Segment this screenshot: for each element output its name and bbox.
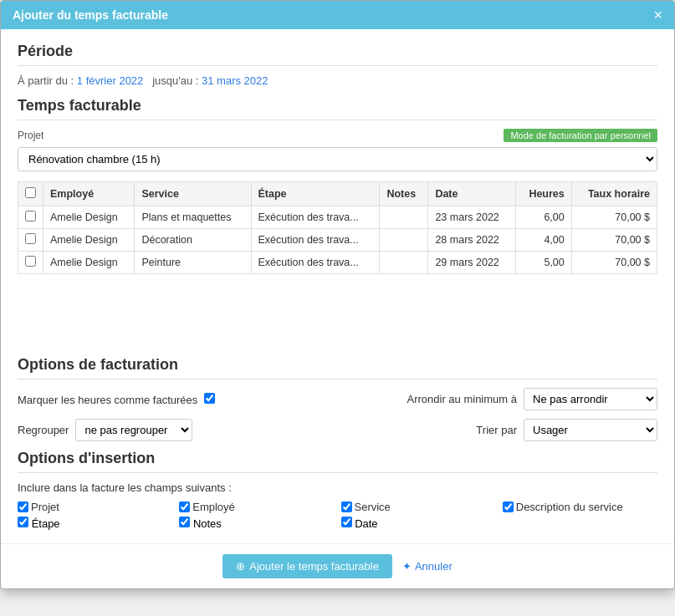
add-button-label: Ajouter le temps facturable <box>249 560 379 573</box>
check-date: Date <box>341 517 496 530</box>
check-desc-service-input[interactable] <box>503 501 514 512</box>
check-notes-label: Notes <box>193 517 222 530</box>
row-stage: Exécution des trava... <box>251 229 380 252</box>
row-checkbox-cell <box>18 229 43 252</box>
cancel-button[interactable]: ✦ Annuler <box>402 554 453 578</box>
row-employee: Amelie Design <box>43 229 135 252</box>
project-label: Projet <box>18 130 43 141</box>
mark-hours-checkbox[interactable] <box>204 393 215 404</box>
sort-row: Trier par UsagerDateServiceÉtape <box>342 419 658 441</box>
table-row: Amelie Design Décoration Exécution des t… <box>18 229 657 252</box>
check-projet-input[interactable] <box>18 501 28 512</box>
header-notes: Notes <box>380 182 428 206</box>
row-notes <box>380 252 428 274</box>
row-hours: 5,00 <box>516 252 572 274</box>
check-notes: Notes <box>179 517 334 530</box>
check-employe: Employé <box>179 501 334 513</box>
header-rate: Taux horaire <box>571 182 657 206</box>
row-rate: 70,00 $ <box>571 229 657 252</box>
group-select[interactable]: ne pas regrouperpar employépar servicepa… <box>75 419 192 441</box>
mark-hours-row: Marquer les heures comme facturées <box>18 393 334 406</box>
billing-options-section: Options de facturation Marquer les heure… <box>18 356 657 441</box>
mark-hours-label: Marquer les heures comme facturées <box>18 393 215 406</box>
check-desc-service-label: Description du service <box>516 501 623 513</box>
cancel-button-label: Annuler <box>415 560 453 573</box>
billing-options-title: Options de facturation <box>18 356 657 374</box>
checkboxes-row1: Projet Employé Service Description du se… <box>18 501 657 513</box>
row-hours: 6,00 <box>516 206 572 229</box>
check-desc-service: Description du service <box>503 501 657 513</box>
insertion-options-section: Options d'insertion Inclure dans la fact… <box>18 450 657 530</box>
row-employee: Amelie Design <box>43 252 135 274</box>
checkboxes-row2: Étape Notes Date <box>18 517 657 530</box>
billing-options-divider <box>18 379 657 379</box>
to-label: jusqu'au : <box>152 74 198 87</box>
sort-select[interactable]: UsagerDateServiceÉtape <box>524 419 657 441</box>
row-service: Décoration <box>135 229 251 252</box>
check-employe-input[interactable] <box>179 501 190 512</box>
row-notes <box>380 229 428 252</box>
modal-body: Période À partir du : 1 février 2022 jus… <box>1 29 674 543</box>
modal-title: Ajouter du temps facturable <box>13 8 168 22</box>
from-date[interactable]: 1 février 2022 <box>77 74 144 87</box>
round-select[interactable]: Ne pas arrondir15 minutes30 minutes1 heu… <box>524 388 657 410</box>
check-etape-label: Étape <box>32 517 60 530</box>
project-select[interactable]: Rénovation chambre (15 h) <box>18 147 657 171</box>
inclusion-label: Inclure dans la facture les champs suiva… <box>18 481 657 494</box>
time-entries-table: Employé Service Étape Notes Date Heures … <box>18 181 657 274</box>
check-notes-input[interactable] <box>179 517 190 527</box>
cancel-icon: ✦ <box>402 560 412 573</box>
row-rate: 70,00 $ <box>571 206 657 229</box>
period-row: À partir du : 1 février 2022 jusqu'au : … <box>18 74 657 87</box>
period-title: Période <box>18 43 657 60</box>
add-button[interactable]: ⊕ Ajouter le temps facturable <box>222 554 392 578</box>
row-employee: Amelie Design <box>43 206 135 229</box>
row-hours: 4,00 <box>516 229 572 252</box>
check-etape-input[interactable] <box>18 517 28 527</box>
row-checkbox-0[interactable] <box>25 211 36 221</box>
check-service-label: Service <box>355 501 391 513</box>
row-checkbox-cell <box>18 252 43 274</box>
row-checkbox-cell <box>18 206 43 229</box>
modal: Ajouter du temps facturable × Période À … <box>0 0 675 589</box>
from-label: À partir du : <box>18 74 74 87</box>
header-row: Employé Service Étape Notes Date Heures … <box>18 182 657 206</box>
header-date: Date <box>428 182 516 206</box>
check-employe-label: Employé <box>192 501 235 513</box>
period-divider <box>18 65 657 66</box>
table-body: Amelie Design Plans et maquettes Exécuti… <box>18 206 657 274</box>
modal-overlay: Ajouter du temps facturable × Période À … <box>0 0 675 616</box>
empty-space <box>18 283 657 349</box>
check-service: Service <box>341 501 496 513</box>
billing-options-grid: Marquer les heures comme facturées Arron… <box>18 388 657 410</box>
sort-label: Trier par <box>476 424 517 436</box>
check-etape: Étape <box>18 517 172 530</box>
select-all-checkbox[interactable] <box>25 187 36 198</box>
insertion-title: Options d'insertion <box>18 450 657 467</box>
row-service: Peinture <box>135 252 251 274</box>
row-date: 28 mars 2022 <box>428 229 516 252</box>
table-row: Amelie Design Peinture Exécution des tra… <box>18 252 657 274</box>
header-stage: Étape <box>251 182 380 206</box>
to-date[interactable]: 31 mars 2022 <box>202 74 268 87</box>
close-button[interactable]: × <box>653 8 662 23</box>
row-date: 23 mars 2022 <box>428 206 516 229</box>
header-hours: Heures <box>516 182 572 206</box>
group-row: Regrouper ne pas regrouperpar employépar… <box>18 419 334 441</box>
row-notes <box>380 206 428 229</box>
modal-footer: ⊕ Ajouter le temps facturable ✦ Annuler <box>1 543 674 588</box>
round-row: Arrondir au minimum à Ne pas arrondir15 … <box>342 388 658 410</box>
table-row: Amelie Design Plans et maquettes Exécuti… <box>18 206 657 229</box>
check-date-label: Date <box>355 517 377 530</box>
row-checkbox-2[interactable] <box>25 256 36 267</box>
check-service-input[interactable] <box>341 501 352 512</box>
project-row: Projet Mode de facturation par personnel <box>18 129 657 142</box>
billing-mode-badge: Mode de facturation par personnel <box>504 129 657 142</box>
row-stage: Exécution des trava... <box>251 206 380 229</box>
check-date-input[interactable] <box>341 517 352 527</box>
check-projet: Projet <box>18 501 172 513</box>
group-label: Regrouper <box>18 424 69 436</box>
billable-divider <box>18 120 657 120</box>
row-checkbox-1[interactable] <box>25 233 36 244</box>
insertion-divider <box>18 472 657 473</box>
